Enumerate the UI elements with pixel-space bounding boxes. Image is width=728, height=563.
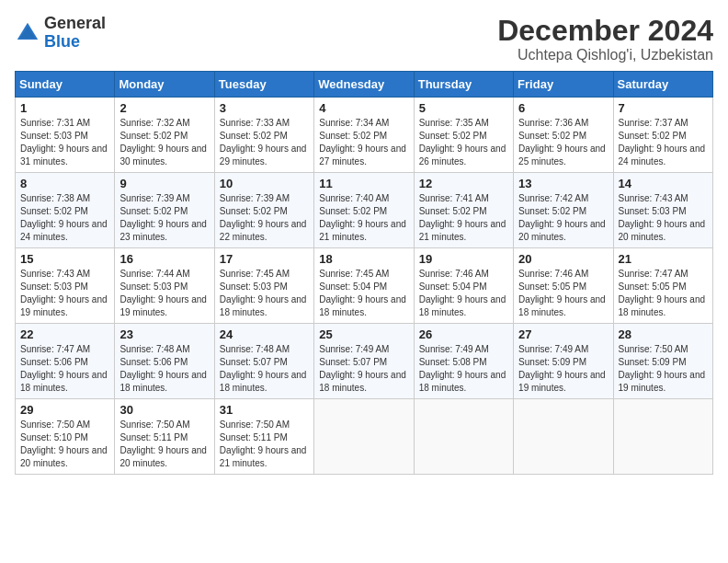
month-title: December 2024 (497, 15, 713, 47)
cell-content: Sunrise: 7:50 AM Sunset: 5:11 PM Dayligh… (220, 419, 309, 470)
daylight-label: Daylight: 9 hours and 24 minutes. (20, 219, 108, 242)
sunset-label: Sunset: 5:07 PM (220, 357, 288, 367)
daylight-label: Daylight: 9 hours and 18 minutes. (319, 294, 406, 317)
cell-content: Sunrise: 7:45 AM Sunset: 5:04 PM Dayligh… (319, 268, 408, 319)
sunset-label: Sunset: 5:03 PM (619, 206, 687, 216)
daylight-label: Daylight: 9 hours and 18 minutes. (419, 370, 506, 393)
day-number: 25 (319, 327, 408, 341)
table-row: 15 Sunrise: 7:43 AM Sunset: 5:03 PM Dayl… (16, 248, 115, 324)
day-number: 1 (20, 101, 109, 115)
daylight-label: Daylight: 9 hours and 19 minutes. (119, 294, 207, 317)
sunset-label: Sunset: 5:08 PM (419, 357, 487, 367)
daylight-label: Daylight: 9 hours and 18 minutes. (419, 294, 506, 317)
sunrise-label: Sunrise: 7:50 AM (119, 419, 189, 430)
table-row: 24 Sunrise: 7:48 AM Sunset: 5:07 PM Dayl… (214, 324, 313, 399)
cell-content: Sunrise: 7:35 AM Sunset: 5:02 PM Dayligh… (419, 117, 508, 168)
daylight-label: Daylight: 9 hours and 19 minutes. (20, 294, 108, 317)
day-number: 28 (619, 327, 708, 341)
day-number: 9 (119, 177, 209, 190)
day-number: 12 (419, 177, 508, 190)
header-friday: Friday (514, 72, 613, 98)
sunset-label: Sunset: 5:02 PM (119, 206, 188, 216)
daylight-label: Daylight: 9 hours and 24 minutes. (619, 144, 706, 167)
sunset-label: Sunset: 5:11 PM (220, 432, 288, 442)
daylight-label: Daylight: 9 hours and 29 minutes. (220, 144, 307, 167)
location-title: Uchtepa Qishlog'i, Uzbekistan (497, 47, 713, 63)
cell-content: Sunrise: 7:34 AM Sunset: 5:02 PM Dayligh… (319, 117, 408, 168)
table-row: 10 Sunrise: 7:39 AM Sunset: 5:02 PM Dayl… (214, 173, 313, 248)
table-row: 21 Sunrise: 7:47 AM Sunset: 5:05 PM Dayl… (613, 248, 712, 324)
title-area: December 2024 Uchtepa Qishlog'i, Uzbekis… (497, 15, 713, 63)
cell-content: Sunrise: 7:45 AM Sunset: 5:03 PM Dayligh… (220, 268, 309, 319)
table-row: 29 Sunrise: 7:50 AM Sunset: 5:10 PM Dayl… (16, 399, 115, 475)
sunset-label: Sunset: 5:03 PM (20, 282, 88, 292)
table-row: 8 Sunrise: 7:38 AM Sunset: 5:02 PM Dayli… (16, 173, 115, 248)
calendar-week-1: 1 Sunrise: 7:31 AM Sunset: 5:03 PM Dayli… (16, 98, 713, 173)
sunrise-label: Sunrise: 7:47 AM (20, 344, 90, 354)
table-row: 5 Sunrise: 7:35 AM Sunset: 5:02 PM Dayli… (414, 98, 513, 173)
sunset-label: Sunset: 5:11 PM (119, 432, 188, 442)
cell-content: Sunrise: 7:43 AM Sunset: 5:03 PM Dayligh… (619, 192, 708, 244)
sunset-label: Sunset: 5:06 PM (119, 357, 188, 367)
sunrise-label: Sunrise: 7:40 AM (319, 193, 389, 203)
cell-content: Sunrise: 7:41 AM Sunset: 5:02 PM Dayligh… (419, 192, 508, 244)
sunset-label: Sunset: 5:02 PM (419, 206, 487, 216)
table-row: 16 Sunrise: 7:44 AM Sunset: 5:03 PM Dayl… (115, 248, 214, 324)
sunset-label: Sunset: 5:05 PM (619, 282, 687, 292)
daylight-label: Daylight: 9 hours and 18 minutes. (20, 370, 108, 393)
sunrise-label: Sunrise: 7:36 AM (518, 118, 588, 128)
sunset-label: Sunset: 5:05 PM (518, 282, 586, 292)
sunrise-label: Sunrise: 7:38 AM (20, 193, 90, 203)
cell-content: Sunrise: 7:46 AM Sunset: 5:05 PM Dayligh… (518, 268, 608, 319)
sunset-label: Sunset: 5:04 PM (419, 282, 487, 292)
sunrise-label: Sunrise: 7:46 AM (419, 269, 489, 279)
cell-content: Sunrise: 7:48 AM Sunset: 5:06 PM Dayligh… (119, 343, 209, 395)
day-number: 11 (319, 177, 408, 190)
daylight-label: Daylight: 9 hours and 26 minutes. (419, 144, 506, 167)
table-row: 30 Sunrise: 7:50 AM Sunset: 5:11 PM Dayl… (115, 399, 214, 475)
day-number: 19 (419, 252, 508, 266)
day-number: 8 (20, 177, 109, 190)
day-number: 18 (319, 252, 408, 266)
sunset-label: Sunset: 5:02 PM (319, 206, 387, 216)
calendar-table: Sunday Monday Tuesday Wednesday Thursday… (15, 71, 713, 475)
cell-content: Sunrise: 7:47 AM Sunset: 5:05 PM Dayligh… (619, 268, 708, 319)
table-row: 17 Sunrise: 7:45 AM Sunset: 5:03 PM Dayl… (214, 248, 313, 324)
sunrise-label: Sunrise: 7:49 AM (319, 344, 389, 354)
sunrise-label: Sunrise: 7:49 AM (419, 344, 489, 354)
daylight-label: Daylight: 9 hours and 18 minutes. (220, 370, 307, 393)
sunset-label: Sunset: 5:02 PM (220, 131, 288, 141)
sunrise-label: Sunrise: 7:41 AM (419, 193, 489, 203)
sunrise-label: Sunrise: 7:43 AM (619, 193, 688, 203)
sunrise-label: Sunrise: 7:35 AM (419, 118, 489, 128)
table-row: 28 Sunrise: 7:50 AM Sunset: 5:09 PM Dayl… (613, 324, 712, 399)
sunset-label: Sunset: 5:09 PM (518, 357, 586, 367)
day-number: 22 (20, 327, 109, 341)
cell-content: Sunrise: 7:36 AM Sunset: 5:02 PM Dayligh… (518, 117, 608, 168)
cell-content: Sunrise: 7:49 AM Sunset: 5:07 PM Dayligh… (319, 343, 408, 395)
daylight-label: Daylight: 9 hours and 23 minutes. (119, 219, 207, 242)
calendar-week-4: 22 Sunrise: 7:47 AM Sunset: 5:06 PM Dayl… (16, 324, 713, 399)
day-number: 29 (20, 403, 109, 417)
cell-content: Sunrise: 7:32 AM Sunset: 5:02 PM Dayligh… (119, 117, 209, 168)
day-number: 23 (119, 327, 209, 341)
sunset-label: Sunset: 5:02 PM (619, 131, 687, 141)
day-number: 21 (619, 252, 708, 266)
table-row: 2 Sunrise: 7:32 AM Sunset: 5:02 PM Dayli… (115, 98, 214, 173)
calendar-week-2: 8 Sunrise: 7:38 AM Sunset: 5:02 PM Dayli… (16, 173, 713, 248)
table-row: 13 Sunrise: 7:42 AM Sunset: 5:02 PM Dayl… (514, 173, 613, 248)
day-number: 2 (119, 101, 209, 115)
header-wednesday: Wednesday (314, 72, 414, 98)
header: General Blue December 2024 Uchtepa Qishl… (15, 15, 713, 63)
table-row: 9 Sunrise: 7:39 AM Sunset: 5:02 PM Dayli… (115, 173, 214, 248)
cell-content: Sunrise: 7:43 AM Sunset: 5:03 PM Dayligh… (20, 268, 109, 319)
daylight-label: Daylight: 9 hours and 18 minutes. (220, 294, 307, 317)
cell-content: Sunrise: 7:33 AM Sunset: 5:02 PM Dayligh… (220, 117, 309, 168)
sunrise-label: Sunrise: 7:48 AM (119, 344, 189, 354)
cell-content: Sunrise: 7:50 AM Sunset: 5:11 PM Dayligh… (119, 419, 209, 470)
day-number: 6 (518, 101, 608, 115)
table-row: 19 Sunrise: 7:46 AM Sunset: 5:04 PM Dayl… (414, 248, 513, 324)
table-row (613, 399, 712, 475)
sunset-label: Sunset: 5:02 PM (20, 206, 88, 216)
sunrise-label: Sunrise: 7:37 AM (619, 118, 688, 128)
